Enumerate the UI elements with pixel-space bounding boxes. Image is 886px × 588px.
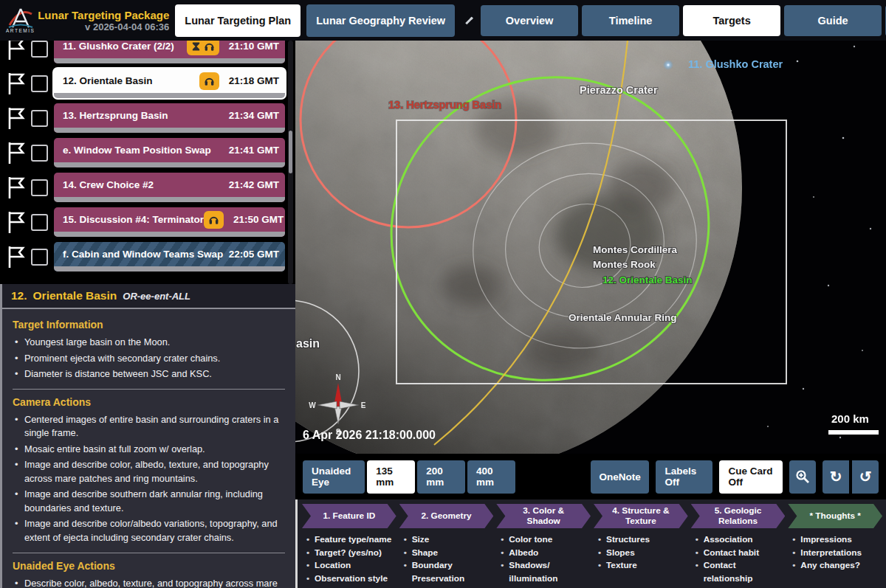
- onenote-button[interactable]: OneNote: [591, 460, 649, 494]
- flag-icon[interactable]: [4, 41, 27, 60]
- bullet: Diameter is distance between JSC and KSC…: [13, 367, 285, 381]
- checkbox[interactable]: [31, 41, 48, 58]
- headphones-icon: [204, 41, 215, 52]
- timeline-row: 14. Crew Choice #2 21:42 GMT: [4, 173, 285, 202]
- step-header: 2. Geometry: [399, 504, 494, 528]
- timeline-item-window-swap[interactable]: e. Window Team Position Swap 21:41 GMT: [54, 138, 285, 167]
- target-number: 12.: [11, 289, 27, 302]
- artemis-logo: ARTEMIS: [6, 7, 35, 33]
- section-unaided-eye-actions: Unaided Eye Actions Describe color, albe…: [13, 560, 285, 588]
- audio-badge: [187, 41, 219, 55]
- timeline-row: f. Cabin and Window Teams Swap 22:05 GMT: [4, 242, 285, 271]
- hourglass-icon: [191, 41, 201, 52]
- section-target-information: Target Information Youngest large basin …: [13, 319, 285, 381]
- section-heading: Target Information: [13, 319, 285, 331]
- bullet: Image and describe color/albedo variatio…: [13, 517, 285, 544]
- step-header: 3. Color & Shadow: [496, 504, 591, 528]
- zoom-in-button[interactable]: [789, 460, 816, 494]
- label-glushko: 11. Glushko Crater: [688, 58, 783, 70]
- label-montes-rook: Montes Rook: [593, 259, 656, 270]
- checkbox[interactable]: [31, 249, 48, 266]
- progress-bar: [54, 197, 285, 202]
- rotate-cw-button[interactable]: ↻: [823, 460, 849, 494]
- observation-cue-card: 1. Feature ID Feature type/name Target? …: [295, 499, 886, 588]
- timeline-item-crew-choice[interactable]: 14. Crew Choice #2 21:42 GMT: [54, 173, 285, 202]
- nav-timeline[interactable]: Timeline: [582, 5, 679, 36]
- bullet: Prominent ejecta with secondary crater c…: [13, 352, 285, 366]
- rotate-ccw-icon: ↺: [859, 468, 872, 485]
- bullet: Image and describe color, albedo, textur…: [13, 458, 285, 485]
- sidebar-scrollbar: [288, 41, 293, 284]
- step-geologic-relations: 5. Geologic Relations Association Contac…: [691, 504, 786, 586]
- nav-guide[interactable]: Guide: [784, 5, 882, 36]
- bullet: Image and describe southern dark annular…: [13, 488, 285, 515]
- rotate-cw-icon: ↻: [830, 468, 842, 485]
- svg-text:N: N: [335, 373, 340, 381]
- view-controls: Unaided Eye 135 mm 200 mm 400 mm OneNote…: [295, 454, 886, 499]
- rotate-ccw-button[interactable]: ↺: [852, 460, 879, 494]
- svg-text:E: E: [361, 401, 366, 409]
- timeline-item-cabin-swap[interactable]: f. Cabin and Window Teams Swap 22:05 GMT: [54, 242, 285, 271]
- timeline-item-orientale[interactable]: 12. Orientale Basin 21:18 GMT: [54, 69, 285, 98]
- flag-icon[interactable]: [4, 106, 27, 130]
- progress-bar: [54, 93, 285, 98]
- flag-icon[interactable]: [4, 245, 27, 269]
- audio-badge: [199, 72, 219, 90]
- scale-label: 200 km: [831, 412, 869, 425]
- headphones-icon: [208, 215, 219, 225]
- chevron-right-icon[interactable]: [465, 16, 473, 24]
- divider: [13, 553, 285, 553]
- moon-3d-view[interactable]: N W E S 11. Glushko Crater Pierazzo Crat…: [295, 41, 886, 454]
- lens-200mm[interactable]: 200 mm: [417, 460, 465, 494]
- step-header: 4. Structure & Texture: [594, 504, 688, 528]
- lens-135mm[interactable]: 135 mm: [367, 460, 415, 494]
- nav-targets[interactable]: Targets: [683, 5, 780, 36]
- nav-overview[interactable]: Overview: [481, 5, 578, 36]
- app-title: Lunar Targeting Package: [38, 9, 169, 21]
- step-header: 5. Geologic Relations: [691, 504, 786, 528]
- tab-lunar-targeting-plan[interactable]: Lunar Targeting Plan: [175, 4, 301, 37]
- label-partial-basin: asin: [296, 337, 320, 350]
- artemis-logo-text: ARTEMIS: [6, 28, 35, 33]
- lens-unaided-eye[interactable]: Unaided Eye: [303, 460, 365, 494]
- flag-icon[interactable]: [4, 72, 27, 95]
- checkbox[interactable]: [31, 179, 48, 196]
- progress-bar: [54, 232, 285, 237]
- svg-text:W: W: [309, 401, 316, 409]
- timeline-row: 15. Discussion #4: Terminator 21:50 GMT: [4, 207, 285, 237]
- magnifier-plus-icon: [795, 469, 810, 484]
- label-annular-ring: Orientale Annular Ring: [569, 312, 677, 323]
- app-version: v 2026-04-04 06:36: [85, 21, 169, 32]
- progress-bar: [54, 266, 285, 271]
- app-header: ARTEMIS Lunar Targeting Package v 2026-0…: [0, 0, 886, 41]
- target-detail-title: 12. Orientale Basin OR-ee-ent-ALL: [2, 284, 295, 309]
- checkbox[interactable]: [31, 75, 48, 92]
- labels-toggle-button[interactable]: Labels Off: [656, 460, 712, 494]
- scale-bar: [828, 430, 879, 435]
- sidebar-scrollbar-thumb[interactable]: [289, 131, 292, 173]
- bullet: Centered images of entire basin and surr…: [13, 413, 285, 440]
- checkbox[interactable]: [31, 214, 48, 231]
- tab-lunar-geography-review[interactable]: Lunar Geography Review: [306, 4, 455, 37]
- section-heading: Camera Actions: [13, 396, 285, 408]
- target-name: Orientale Basin: [33, 289, 117, 302]
- timeline-item-glushko[interactable]: 11. Glushko Crater (2/2) 21:10 GMT: [54, 41, 285, 63]
- step-thoughts: * Thoughts * Impressions Interpretations…: [788, 504, 882, 586]
- timeline-item-discussion[interactable]: 15. Discussion #4: Terminator 21:50 GMT: [54, 207, 285, 237]
- lens-400mm[interactable]: 400 mm: [467, 460, 515, 494]
- checkbox[interactable]: [31, 145, 48, 162]
- progress-bar: [54, 128, 285, 133]
- progress-bar: [54, 58, 285, 63]
- flag-icon[interactable]: [4, 141, 27, 165]
- flag-icon[interactable]: [4, 210, 27, 234]
- divider: [13, 389, 285, 390]
- checkbox[interactable]: [31, 110, 48, 127]
- step-header: * Thoughts *: [788, 504, 882, 528]
- flag-icon[interactable]: [4, 176, 27, 199]
- timeline-row: e. Window Team Position Swap 21:41 GMT: [4, 138, 285, 167]
- cue-card-toggle-button[interactable]: Cue Card Off: [719, 460, 782, 494]
- step-structure-texture: 4. Structure & Texture Structures Slopes…: [594, 504, 688, 586]
- step-header: 1. Feature ID: [302, 504, 396, 528]
- label-montes-cordillera: Montes Cordillera: [593, 244, 678, 255]
- timeline-item-hertzsprung[interactable]: 13. Hertzsprung Basin 21:34 GMT: [54, 103, 285, 133]
